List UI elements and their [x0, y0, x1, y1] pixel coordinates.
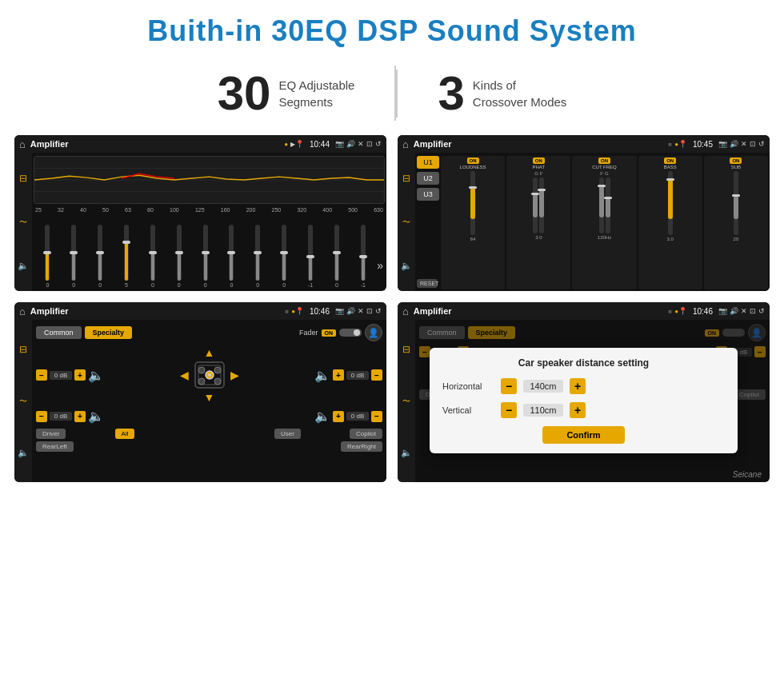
- joystick-left-btn[interactable]: ◀: [180, 369, 189, 381]
- eq-scroll-right[interactable]: »: [377, 259, 383, 288]
- dist-toggle-br[interactable]: [722, 329, 745, 337]
- back-icon-bl[interactable]: ↺: [375, 307, 382, 315]
- rr-db-val: 0 dB: [346, 412, 369, 421]
- all-btn-bl[interactable]: All: [115, 429, 135, 439]
- u1-btn-tr[interactable]: U1: [417, 156, 439, 169]
- copilot-btn-bl[interactable]: Copilot: [350, 429, 382, 439]
- window-icon-tr[interactable]: ⊡: [750, 140, 756, 148]
- camera-icon-br: 📷: [718, 307, 727, 315]
- home-icon-tl[interactable]: ⌂: [19, 138, 26, 150]
- close-icon-tl[interactable]: ✕: [358, 140, 364, 148]
- joystick-center-area: ▲ ◀: [180, 346, 239, 404]
- u3-btn-tr[interactable]: U3: [417, 188, 439, 201]
- user-btn-bl[interactable]: User: [274, 429, 301, 439]
- cv-left-icon-2[interactable]: 〜: [402, 217, 410, 228]
- eq-slider-11[interactable]: -1: [298, 225, 323, 288]
- specialty-tab-bl[interactable]: Specialty: [85, 326, 133, 339]
- back-icon-br[interactable]: ↺: [758, 307, 765, 315]
- window-icon-tl[interactable]: ⊡: [366, 140, 373, 148]
- rearright-btn-bl[interactable]: RearRight: [341, 441, 382, 452]
- fader-left-icon-2[interactable]: 〜: [19, 396, 27, 407]
- eq-slider-5[interactable]: 0: [140, 225, 165, 288]
- fr-db-val: 0 dB: [346, 371, 369, 380]
- record-icon-tr: ■: [668, 141, 672, 148]
- cv-left-icon-1[interactable]: ⊟: [402, 173, 410, 184]
- dist-left-icon-1[interactable]: ⊟: [402, 344, 410, 355]
- eq-slider-8[interactable]: 0: [219, 225, 244, 288]
- eq-slider-4[interactable]: 5: [114, 225, 139, 288]
- window-icon-br[interactable]: ⊡: [750, 307, 756, 315]
- record-icon-br: ■: [668, 308, 672, 315]
- profile-icon-br[interactable]: 👤: [748, 324, 766, 341]
- sub-on-badge: ON: [730, 158, 742, 164]
- confirm-btn[interactable]: Confirm: [542, 426, 624, 444]
- joystick-down-btn[interactable]: ▼: [204, 391, 215, 404]
- profile-icon-bl[interactable]: 👤: [365, 324, 382, 341]
- fader-on-badge-bl: ON: [322, 329, 337, 337]
- eq-slider-10[interactable]: 0: [272, 225, 297, 288]
- fader-left-icon-3[interactable]: 🔈: [18, 448, 29, 458]
- fl-plus-btn[interactable]: +: [74, 369, 86, 381]
- rr-minus-btn[interactable]: −: [371, 411, 382, 422]
- svg-point-10: [198, 378, 205, 385]
- cv-left-icon-3[interactable]: 🔈: [401, 261, 412, 271]
- eq-slider-9[interactable]: 0: [246, 225, 270, 288]
- br2-minus[interactable]: −: [754, 346, 766, 357]
- status-bar-tl: ⌂ Amplifier ● ▶ 📍 10:44 📷 🔊 ✕ ⊡ ↺: [14, 135, 386, 153]
- copilot-btn-br[interactable]: Copilot: [733, 389, 766, 400]
- eq-slider-1[interactable]: 0: [35, 225, 60, 288]
- status-bar-tr: ⌂ Amplifier ■ ● 📍 10:45 📷 🔊 ✕ ⊡ ↺: [398, 135, 770, 153]
- eq-slider-7[interactable]: 0: [193, 225, 218, 288]
- eq-slider-13[interactable]: -1: [350, 225, 375, 288]
- close-icon-br[interactable]: ✕: [741, 307, 747, 315]
- camera-icon-tr: 📷: [718, 140, 727, 148]
- eq-left-icon-3[interactable]: 🔈: [18, 261, 29, 271]
- eq-slider-6[interactable]: 0: [166, 225, 191, 288]
- dist-left-icon-2[interactable]: 〜: [402, 396, 410, 407]
- rear-right-ctrl: − 0 dB + 🔈: [234, 409, 383, 424]
- eq-slider-3[interactable]: 0: [88, 225, 113, 288]
- horizontal-minus-btn[interactable]: −: [501, 378, 517, 394]
- vertical-minus-btn[interactable]: −: [501, 402, 517, 418]
- fl-minus-btn[interactable]: −: [36, 369, 47, 381]
- svg-point-11: [214, 378, 221, 385]
- close-icon-bl[interactable]: ✕: [358, 307, 364, 315]
- window-icon-bl[interactable]: ⊡: [366, 307, 373, 315]
- fr-minus-btn[interactable]: −: [371, 369, 382, 381]
- home-icon-tr[interactable]: ⌂: [402, 138, 409, 150]
- eq-left-icon-2[interactable]: 〜: [19, 217, 27, 228]
- horizontal-plus-btn[interactable]: +: [570, 378, 586, 394]
- eq-slider-2[interactable]: 0: [62, 225, 86, 288]
- crossover-text-1: Kinds of: [473, 77, 567, 94]
- home-icon-br[interactable]: ⌂: [402, 305, 409, 317]
- time-bl: 10:46: [310, 307, 330, 316]
- driver-btn-bl[interactable]: Driver: [36, 429, 66, 439]
- rl-plus-btn[interactable]: +: [74, 411, 86, 422]
- cv-reset-btn[interactable]: RESET: [417, 279, 438, 288]
- back-icon-tl[interactable]: ↺: [375, 140, 382, 148]
- eq-text-1: EQ Adjustable: [278, 77, 354, 94]
- rr-plus-btn[interactable]: +: [333, 411, 344, 422]
- common-tab-br[interactable]: Common: [419, 326, 465, 339]
- common-tab-bl[interactable]: Common: [36, 326, 82, 339]
- dist-left-icon-3[interactable]: 🔈: [401, 448, 412, 458]
- home-icon-bl[interactable]: ⌂: [19, 305, 26, 317]
- u2-btn-tr[interactable]: U2: [417, 172, 439, 185]
- joystick-right-btn[interactable]: ▶: [230, 369, 239, 381]
- vertical-plus-btn[interactable]: +: [570, 402, 586, 418]
- app-title-br: Amplifier: [414, 306, 668, 316]
- volume-icon-tr: 🔊: [730, 140, 738, 148]
- specialty-tab-br[interactable]: Specialty: [468, 326, 516, 339]
- joystick-up-btn[interactable]: ▲: [204, 346, 215, 359]
- eq-slider-12[interactable]: 0: [324, 225, 349, 288]
- bl2-minus[interactable]: −: [419, 346, 430, 357]
- rearleft-btn-bl[interactable]: RearLeft: [36, 441, 74, 452]
- eq-left-icon-1[interactable]: ⊟: [19, 173, 27, 184]
- fader-toggle-bl[interactable]: [339, 329, 362, 337]
- fader-left-icon-1[interactable]: ⊟: [19, 344, 27, 355]
- rl-minus-btn[interactable]: −: [36, 411, 47, 422]
- record-icon-tl: ●: [284, 141, 288, 148]
- close-icon-tr[interactable]: ✕: [741, 140, 747, 148]
- back-icon-tr[interactable]: ↺: [758, 140, 765, 148]
- fr-plus-btn[interactable]: +: [333, 369, 344, 381]
